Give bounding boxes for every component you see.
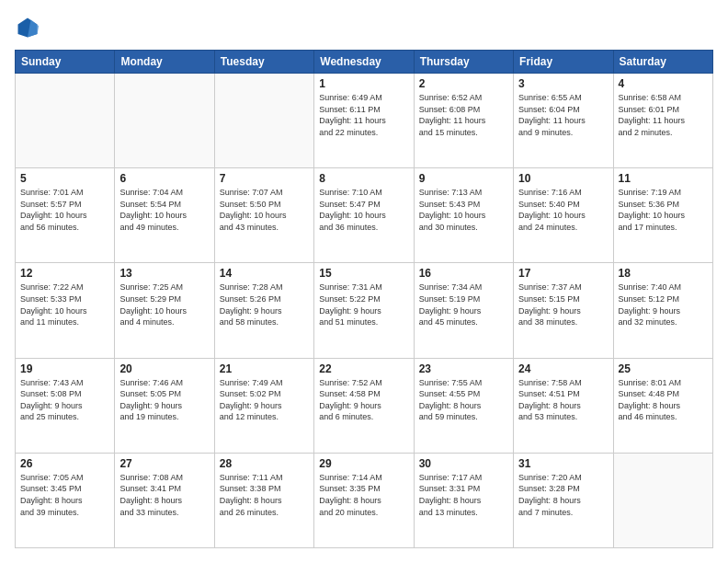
day-info: Sunrise: 7:01 AM Sunset: 5:57 PM Dayligh… — [20, 187, 109, 233]
calendar-cell: 11Sunrise: 7:19 AM Sunset: 5:36 PM Dayli… — [613, 168, 712, 263]
day-number: 2 — [419, 77, 508, 90]
day-number: 28 — [220, 457, 309, 470]
day-number: 26 — [20, 457, 109, 470]
calendar-cell: 3Sunrise: 6:55 AM Sunset: 6:04 PM Daylig… — [514, 74, 613, 168]
day-info: Sunrise: 7:14 AM Sunset: 3:35 PM Dayligh… — [319, 472, 408, 518]
logo-icon — [15, 15, 40, 40]
calendar-table: SundayMondayTuesdayWednesdayThursdayFrid… — [15, 50, 713, 548]
calendar-cell: 20Sunrise: 7:46 AM Sunset: 5:05 PM Dayli… — [115, 358, 214, 453]
day-number: 12 — [20, 267, 109, 280]
calendar-cell — [613, 453, 712, 547]
page: SundayMondayTuesdayWednesdayThursdayFrid… — [0, 0, 728, 563]
weekday-header-friday: Friday — [514, 51, 613, 74]
day-number: 24 — [518, 362, 608, 375]
day-number: 1 — [319, 77, 408, 90]
day-number: 10 — [518, 172, 608, 185]
calendar-cell: 14Sunrise: 7:28 AM Sunset: 5:26 PM Dayli… — [214, 263, 313, 358]
day-info: Sunrise: 7:20 AM Sunset: 3:28 PM Dayligh… — [518, 472, 608, 518]
calendar-cell: 21Sunrise: 7:49 AM Sunset: 5:02 PM Dayli… — [214, 358, 313, 453]
day-number: 15 — [319, 267, 408, 280]
day-number: 6 — [119, 172, 209, 185]
calendar-cell: 4Sunrise: 6:58 AM Sunset: 6:01 PM Daylig… — [613, 74, 712, 168]
day-info: Sunrise: 8:01 AM Sunset: 4:48 PM Dayligh… — [619, 377, 708, 423]
day-info: Sunrise: 7:19 AM Sunset: 5:36 PM Dayligh… — [619, 187, 708, 233]
day-info: Sunrise: 7:31 AM Sunset: 5:22 PM Dayligh… — [319, 282, 408, 327]
day-number: 8 — [319, 172, 408, 185]
day-info: Sunrise: 7:37 AM Sunset: 5:15 PM Dayligh… — [518, 282, 608, 327]
day-number: 20 — [119, 362, 209, 375]
day-info: Sunrise: 7:13 AM Sunset: 5:43 PM Dayligh… — [419, 187, 508, 233]
calendar-cell: 9Sunrise: 7:13 AM Sunset: 5:43 PM Daylig… — [414, 168, 513, 263]
calendar-cell: 31Sunrise: 7:20 AM Sunset: 3:28 PM Dayli… — [514, 453, 613, 547]
day-info: Sunrise: 7:08 AM Sunset: 3:41 PM Dayligh… — [119, 472, 209, 518]
day-info: Sunrise: 7:43 AM Sunset: 5:08 PM Dayligh… — [20, 377, 109, 423]
calendar-cell: 26Sunrise: 7:05 AM Sunset: 3:45 PM Dayli… — [16, 453, 115, 547]
calendar-cell: 22Sunrise: 7:52 AM Sunset: 4:58 PM Dayli… — [314, 358, 414, 453]
weekday-header-wednesday: Wednesday — [314, 51, 414, 74]
day-info: Sunrise: 6:49 AM Sunset: 6:11 PM Dayligh… — [319, 92, 408, 138]
day-info: Sunrise: 7:11 AM Sunset: 3:38 PM Dayligh… — [220, 472, 309, 518]
day-number: 5 — [20, 172, 109, 185]
weekday-header-tuesday: Tuesday — [214, 51, 313, 74]
day-number: 23 — [419, 362, 508, 375]
day-info: Sunrise: 6:58 AM Sunset: 6:01 PM Dayligh… — [619, 92, 708, 138]
calendar-cell — [115, 74, 214, 168]
logo — [15, 15, 44, 40]
day-number: 11 — [619, 172, 708, 185]
day-number: 9 — [419, 172, 508, 185]
week-row-1: 1Sunrise: 6:49 AM Sunset: 6:11 PM Daylig… — [16, 74, 713, 168]
calendar-cell: 6Sunrise: 7:04 AM Sunset: 5:54 PM Daylig… — [115, 168, 214, 263]
calendar-cell: 18Sunrise: 7:40 AM Sunset: 5:12 PM Dayli… — [613, 263, 712, 358]
calendar-cell: 19Sunrise: 7:43 AM Sunset: 5:08 PM Dayli… — [16, 358, 115, 453]
day-number: 30 — [419, 457, 508, 470]
day-info: Sunrise: 6:52 AM Sunset: 6:08 PM Dayligh… — [419, 92, 508, 138]
week-row-3: 12Sunrise: 7:22 AM Sunset: 5:33 PM Dayli… — [16, 263, 713, 358]
header — [15, 15, 713, 40]
calendar-cell — [16, 74, 115, 168]
day-info: Sunrise: 7:17 AM Sunset: 3:31 PM Dayligh… — [419, 472, 508, 518]
day-number: 16 — [419, 267, 508, 280]
day-info: Sunrise: 7:22 AM Sunset: 5:33 PM Dayligh… — [20, 282, 109, 327]
weekday-header-saturday: Saturday — [613, 51, 712, 74]
day-number: 18 — [619, 267, 708, 280]
day-number: 7 — [220, 172, 309, 185]
day-number: 29 — [319, 457, 408, 470]
day-info: Sunrise: 7:28 AM Sunset: 5:26 PM Dayligh… — [220, 282, 309, 327]
day-info: Sunrise: 6:55 AM Sunset: 6:04 PM Dayligh… — [518, 92, 608, 138]
calendar-cell: 7Sunrise: 7:07 AM Sunset: 5:50 PM Daylig… — [214, 168, 313, 263]
day-number: 4 — [619, 77, 708, 90]
day-number: 27 — [119, 457, 209, 470]
weekday-header-sunday: Sunday — [16, 51, 115, 74]
weekday-header-monday: Monday — [115, 51, 214, 74]
calendar-cell: 5Sunrise: 7:01 AM Sunset: 5:57 PM Daylig… — [16, 168, 115, 263]
calendar-cell: 2Sunrise: 6:52 AM Sunset: 6:08 PM Daylig… — [414, 74, 513, 168]
calendar-cell: 15Sunrise: 7:31 AM Sunset: 5:22 PM Dayli… — [314, 263, 414, 358]
calendar-cell: 25Sunrise: 8:01 AM Sunset: 4:48 PM Dayli… — [613, 358, 712, 453]
calendar-cell: 1Sunrise: 6:49 AM Sunset: 6:11 PM Daylig… — [314, 74, 414, 168]
calendar-cell: 28Sunrise: 7:11 AM Sunset: 3:38 PM Dayli… — [214, 453, 313, 547]
week-row-2: 5Sunrise: 7:01 AM Sunset: 5:57 PM Daylig… — [16, 168, 713, 263]
day-number: 25 — [619, 362, 708, 375]
day-info: Sunrise: 7:52 AM Sunset: 4:58 PM Dayligh… — [319, 377, 408, 423]
weekday-header-thursday: Thursday — [414, 51, 513, 74]
day-info: Sunrise: 7:49 AM Sunset: 5:02 PM Dayligh… — [220, 377, 309, 423]
day-number: 21 — [220, 362, 309, 375]
calendar-cell: 17Sunrise: 7:37 AM Sunset: 5:15 PM Dayli… — [514, 263, 613, 358]
day-number: 19 — [20, 362, 109, 375]
day-number: 17 — [518, 267, 608, 280]
calendar-cell: 10Sunrise: 7:16 AM Sunset: 5:40 PM Dayli… — [514, 168, 613, 263]
day-info: Sunrise: 7:55 AM Sunset: 4:55 PM Dayligh… — [419, 377, 508, 423]
day-number: 22 — [319, 362, 408, 375]
calendar-cell: 12Sunrise: 7:22 AM Sunset: 5:33 PM Dayli… — [16, 263, 115, 358]
calendar-cell: 29Sunrise: 7:14 AM Sunset: 3:35 PM Dayli… — [314, 453, 414, 547]
calendar-cell: 27Sunrise: 7:08 AM Sunset: 3:41 PM Dayli… — [115, 453, 214, 547]
day-number: 13 — [119, 267, 209, 280]
day-info: Sunrise: 7:34 AM Sunset: 5:19 PM Dayligh… — [419, 282, 508, 327]
day-info: Sunrise: 7:04 AM Sunset: 5:54 PM Dayligh… — [119, 187, 209, 233]
calendar-cell: 8Sunrise: 7:10 AM Sunset: 5:47 PM Daylig… — [314, 168, 414, 263]
day-info: Sunrise: 7:10 AM Sunset: 5:47 PM Dayligh… — [319, 187, 408, 233]
calendar-cell: 23Sunrise: 7:55 AM Sunset: 4:55 PM Dayli… — [414, 358, 513, 453]
day-info: Sunrise: 7:05 AM Sunset: 3:45 PM Dayligh… — [20, 472, 109, 518]
day-info: Sunrise: 7:46 AM Sunset: 5:05 PM Dayligh… — [119, 377, 209, 423]
day-number: 14 — [220, 267, 309, 280]
